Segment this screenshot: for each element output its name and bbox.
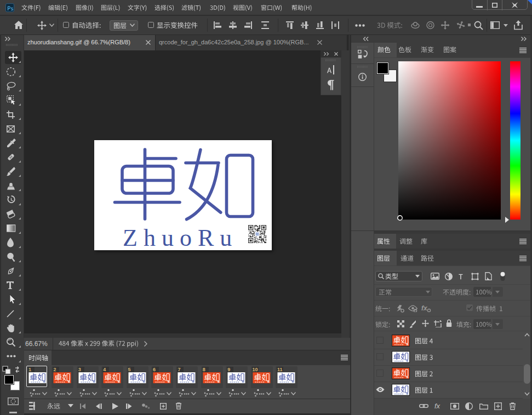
svg-text:fx: fx [434,402,441,410]
svg-text:fx: fx [421,305,428,312]
